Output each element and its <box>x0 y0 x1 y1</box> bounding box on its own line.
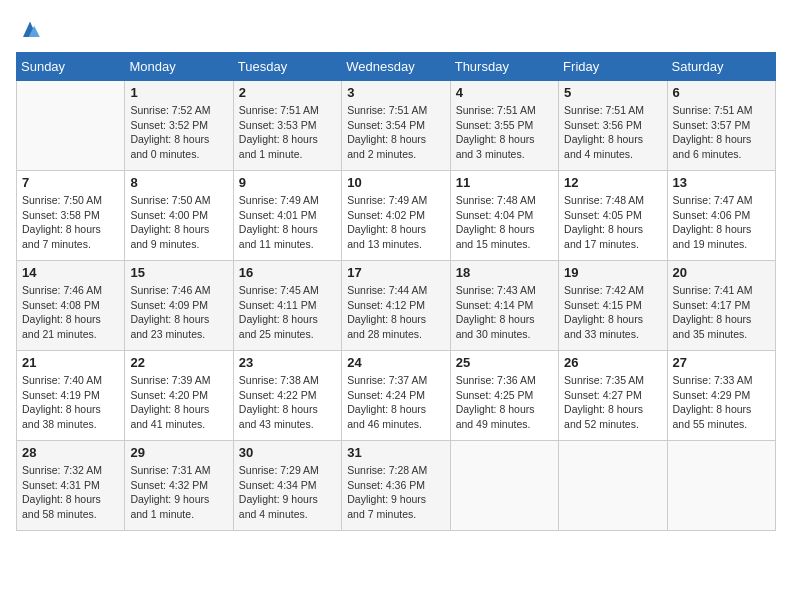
logo-icon <box>16 16 44 44</box>
day-info: Sunrise: 7:46 AM Sunset: 4:08 PM Dayligh… <box>22 283 119 342</box>
calendar-cell: 29Sunrise: 7:31 AM Sunset: 4:32 PM Dayli… <box>125 441 233 531</box>
day-info: Sunrise: 7:41 AM Sunset: 4:17 PM Dayligh… <box>673 283 770 342</box>
day-number: 18 <box>456 265 553 280</box>
day-info: Sunrise: 7:44 AM Sunset: 4:12 PM Dayligh… <box>347 283 444 342</box>
day-info: Sunrise: 7:35 AM Sunset: 4:27 PM Dayligh… <box>564 373 661 432</box>
day-info: Sunrise: 7:52 AM Sunset: 3:52 PM Dayligh… <box>130 103 227 162</box>
day-info: Sunrise: 7:39 AM Sunset: 4:20 PM Dayligh… <box>130 373 227 432</box>
calendar-cell: 17Sunrise: 7:44 AM Sunset: 4:12 PM Dayli… <box>342 261 450 351</box>
day-info: Sunrise: 7:51 AM Sunset: 3:53 PM Dayligh… <box>239 103 336 162</box>
day-of-week-header: Wednesday <box>342 53 450 81</box>
calendar-cell: 22Sunrise: 7:39 AM Sunset: 4:20 PM Dayli… <box>125 351 233 441</box>
calendar-table: SundayMondayTuesdayWednesdayThursdayFrid… <box>16 52 776 531</box>
calendar-header: SundayMondayTuesdayWednesdayThursdayFrid… <box>17 53 776 81</box>
calendar-cell: 24Sunrise: 7:37 AM Sunset: 4:24 PM Dayli… <box>342 351 450 441</box>
day-info: Sunrise: 7:50 AM Sunset: 4:00 PM Dayligh… <box>130 193 227 252</box>
day-info: Sunrise: 7:51 AM Sunset: 3:56 PM Dayligh… <box>564 103 661 162</box>
day-number: 29 <box>130 445 227 460</box>
day-number: 7 <box>22 175 119 190</box>
day-number: 22 <box>130 355 227 370</box>
day-of-week-header: Thursday <box>450 53 558 81</box>
day-info: Sunrise: 7:37 AM Sunset: 4:24 PM Dayligh… <box>347 373 444 432</box>
calendar-cell: 27Sunrise: 7:33 AM Sunset: 4:29 PM Dayli… <box>667 351 775 441</box>
day-number: 2 <box>239 85 336 100</box>
calendar-cell: 7Sunrise: 7:50 AM Sunset: 3:58 PM Daylig… <box>17 171 125 261</box>
day-number: 14 <box>22 265 119 280</box>
day-of-week-header: Sunday <box>17 53 125 81</box>
day-info: Sunrise: 7:38 AM Sunset: 4:22 PM Dayligh… <box>239 373 336 432</box>
day-of-week-header: Saturday <box>667 53 775 81</box>
calendar-cell: 31Sunrise: 7:28 AM Sunset: 4:36 PM Dayli… <box>342 441 450 531</box>
day-info: Sunrise: 7:33 AM Sunset: 4:29 PM Dayligh… <box>673 373 770 432</box>
day-of-week-header: Tuesday <box>233 53 341 81</box>
calendar-cell: 12Sunrise: 7:48 AM Sunset: 4:05 PM Dayli… <box>559 171 667 261</box>
calendar-cell: 9Sunrise: 7:49 AM Sunset: 4:01 PM Daylig… <box>233 171 341 261</box>
day-number: 26 <box>564 355 661 370</box>
logo <box>16 16 48 44</box>
day-number: 27 <box>673 355 770 370</box>
day-number: 28 <box>22 445 119 460</box>
calendar-cell: 2Sunrise: 7:51 AM Sunset: 3:53 PM Daylig… <box>233 81 341 171</box>
calendar-cell: 30Sunrise: 7:29 AM Sunset: 4:34 PM Dayli… <box>233 441 341 531</box>
day-number: 19 <box>564 265 661 280</box>
day-info: Sunrise: 7:43 AM Sunset: 4:14 PM Dayligh… <box>456 283 553 342</box>
day-info: Sunrise: 7:49 AM Sunset: 4:01 PM Dayligh… <box>239 193 336 252</box>
calendar-cell: 25Sunrise: 7:36 AM Sunset: 4:25 PM Dayli… <box>450 351 558 441</box>
day-info: Sunrise: 7:48 AM Sunset: 4:05 PM Dayligh… <box>564 193 661 252</box>
calendar-cell: 6Sunrise: 7:51 AM Sunset: 3:57 PM Daylig… <box>667 81 775 171</box>
page-header <box>16 16 776 44</box>
day-number: 30 <box>239 445 336 460</box>
calendar-cell <box>17 81 125 171</box>
day-info: Sunrise: 7:51 AM Sunset: 3:54 PM Dayligh… <box>347 103 444 162</box>
calendar-body: 1Sunrise: 7:52 AM Sunset: 3:52 PM Daylig… <box>17 81 776 531</box>
day-number: 10 <box>347 175 444 190</box>
day-number: 15 <box>130 265 227 280</box>
calendar-cell: 15Sunrise: 7:46 AM Sunset: 4:09 PM Dayli… <box>125 261 233 351</box>
day-info: Sunrise: 7:45 AM Sunset: 4:11 PM Dayligh… <box>239 283 336 342</box>
day-info: Sunrise: 7:28 AM Sunset: 4:36 PM Dayligh… <box>347 463 444 522</box>
day-number: 24 <box>347 355 444 370</box>
day-info: Sunrise: 7:32 AM Sunset: 4:31 PM Dayligh… <box>22 463 119 522</box>
day-of-week-header: Monday <box>125 53 233 81</box>
calendar-cell: 5Sunrise: 7:51 AM Sunset: 3:56 PM Daylig… <box>559 81 667 171</box>
day-number: 6 <box>673 85 770 100</box>
day-number: 8 <box>130 175 227 190</box>
day-info: Sunrise: 7:29 AM Sunset: 4:34 PM Dayligh… <box>239 463 336 522</box>
day-info: Sunrise: 7:48 AM Sunset: 4:04 PM Dayligh… <box>456 193 553 252</box>
day-number: 3 <box>347 85 444 100</box>
calendar-cell: 1Sunrise: 7:52 AM Sunset: 3:52 PM Daylig… <box>125 81 233 171</box>
calendar-cell: 21Sunrise: 7:40 AM Sunset: 4:19 PM Dayli… <box>17 351 125 441</box>
day-number: 13 <box>673 175 770 190</box>
calendar-cell: 3Sunrise: 7:51 AM Sunset: 3:54 PM Daylig… <box>342 81 450 171</box>
calendar-cell: 20Sunrise: 7:41 AM Sunset: 4:17 PM Dayli… <box>667 261 775 351</box>
calendar-cell: 13Sunrise: 7:47 AM Sunset: 4:06 PM Dayli… <box>667 171 775 261</box>
day-info: Sunrise: 7:50 AM Sunset: 3:58 PM Dayligh… <box>22 193 119 252</box>
day-number: 4 <box>456 85 553 100</box>
day-number: 25 <box>456 355 553 370</box>
day-number: 5 <box>564 85 661 100</box>
day-info: Sunrise: 7:51 AM Sunset: 3:55 PM Dayligh… <box>456 103 553 162</box>
day-number: 17 <box>347 265 444 280</box>
day-info: Sunrise: 7:49 AM Sunset: 4:02 PM Dayligh… <box>347 193 444 252</box>
calendar-cell: 23Sunrise: 7:38 AM Sunset: 4:22 PM Dayli… <box>233 351 341 441</box>
calendar-cell: 18Sunrise: 7:43 AM Sunset: 4:14 PM Dayli… <box>450 261 558 351</box>
calendar-cell: 10Sunrise: 7:49 AM Sunset: 4:02 PM Dayli… <box>342 171 450 261</box>
day-info: Sunrise: 7:31 AM Sunset: 4:32 PM Dayligh… <box>130 463 227 522</box>
calendar-cell: 26Sunrise: 7:35 AM Sunset: 4:27 PM Dayli… <box>559 351 667 441</box>
day-info: Sunrise: 7:46 AM Sunset: 4:09 PM Dayligh… <box>130 283 227 342</box>
day-of-week-header: Friday <box>559 53 667 81</box>
day-info: Sunrise: 7:40 AM Sunset: 4:19 PM Dayligh… <box>22 373 119 432</box>
day-number: 1 <box>130 85 227 100</box>
day-info: Sunrise: 7:42 AM Sunset: 4:15 PM Dayligh… <box>564 283 661 342</box>
day-info: Sunrise: 7:51 AM Sunset: 3:57 PM Dayligh… <box>673 103 770 162</box>
day-number: 9 <box>239 175 336 190</box>
calendar-cell: 11Sunrise: 7:48 AM Sunset: 4:04 PM Dayli… <box>450 171 558 261</box>
day-number: 12 <box>564 175 661 190</box>
day-number: 21 <box>22 355 119 370</box>
day-number: 11 <box>456 175 553 190</box>
calendar-cell: 19Sunrise: 7:42 AM Sunset: 4:15 PM Dayli… <box>559 261 667 351</box>
calendar-cell: 8Sunrise: 7:50 AM Sunset: 4:00 PM Daylig… <box>125 171 233 261</box>
calendar-cell <box>667 441 775 531</box>
day-number: 23 <box>239 355 336 370</box>
day-info: Sunrise: 7:36 AM Sunset: 4:25 PM Dayligh… <box>456 373 553 432</box>
